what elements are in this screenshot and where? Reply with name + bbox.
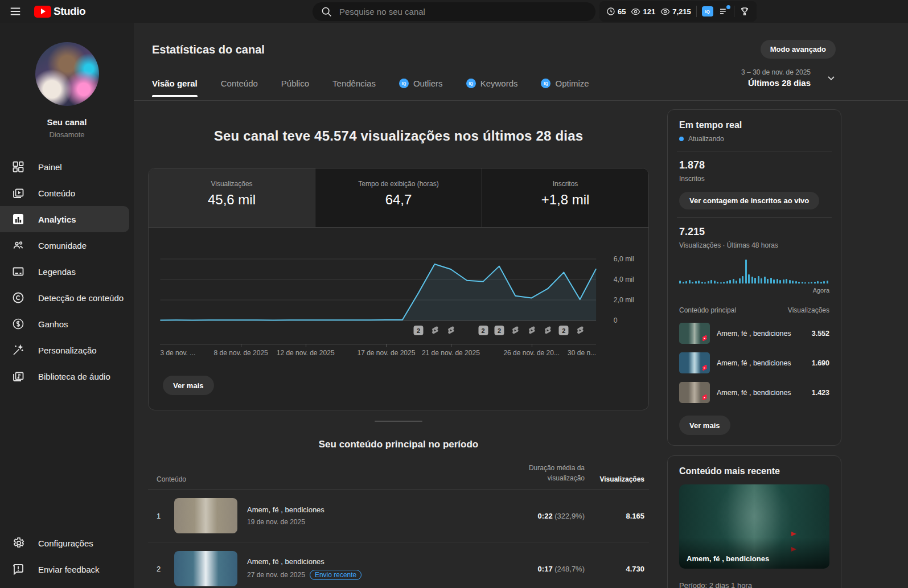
shorts-upload-marker[interactable]: [430, 326, 439, 335]
shorts-upload-marker[interactable]: [446, 326, 455, 335]
channel-search[interactable]: [313, 2, 595, 21]
eye-icon: [631, 7, 640, 17]
svg-text:2,0 mil: 2,0 mil: [614, 296, 634, 304]
list-item[interactable]: Amem, fé , bendiciones 1.423: [679, 382, 829, 403]
x-axis-tick: [451, 344, 451, 347]
shorts-upload-marker[interactable]: [511, 326, 520, 335]
chart-x-axis: 3 de nov. ...8 de nov. de 202512 de nov.…: [149, 344, 648, 363]
realtime-bar: [820, 282, 822, 283]
realtime-bar: [729, 280, 731, 283]
metric-tab-inscritos[interactable]: Inscritos +1,8 mil: [482, 168, 648, 227]
realtime-bar: [708, 281, 709, 283]
channel-avatar[interactable]: [35, 42, 99, 106]
date-range: 3 – 30 de nov. de 2025: [741, 68, 811, 76]
realtime-title: Em tempo real: [679, 120, 829, 130]
recent-content-title: Conteúdo mais recente: [679, 466, 829, 476]
shorts-upload-marker[interactable]: [527, 326, 536, 335]
realtime-bar: [726, 281, 728, 283]
row-rank: 1: [157, 512, 165, 520]
sidebar-item-deteccao[interactable]: Detecção de conteúdo: [0, 285, 134, 311]
tab-optimize[interactable]: IQOptimize: [541, 79, 589, 97]
realtime-bar-chart[interactable]: [679, 258, 829, 283]
tab-publico[interactable]: Público: [281, 79, 309, 97]
sidebar-item-label: Configurações: [38, 538, 93, 548]
eye-icon: [660, 7, 670, 17]
realtime-bar: [692, 282, 693, 283]
live-subscriber-count-button[interactable]: Ver contagem de inscritos ao vivo: [679, 192, 819, 209]
sidebar-item-label: Analytics: [38, 215, 76, 224]
realtime-see-more-button[interactable]: Ver mais: [679, 416, 730, 435]
multi-upload-marker[interactable]: 2: [559, 326, 569, 335]
metric-tab-visualizacoes[interactable]: Visualizações 45,6 mil: [149, 168, 315, 227]
video-thumbnail[interactable]: [679, 352, 710, 373]
tab-keywords[interactable]: IQKeywords: [466, 79, 518, 97]
multi-upload-marker[interactable]: 2: [494, 326, 504, 335]
sidebar-item-feedback[interactable]: Enviar feedback: [0, 556, 134, 582]
video-title: Amem, fé , bendiciones: [687, 554, 769, 563]
multi-upload-marker[interactable]: 2: [414, 326, 424, 335]
line-chart[interactable]: 02,0 mil4,0 mil6,0 mil: [149, 244, 648, 329]
views-stat-large[interactable]: 7,215: [660, 7, 691, 17]
list-item[interactable]: Amem, fé , bendiciones 1.690: [679, 352, 829, 373]
menu-icon[interactable]: [7, 3, 24, 20]
sidebar-item-personalizacao[interactable]: Personalização: [0, 337, 134, 363]
column-header-views[interactable]: Visualizações: [585, 475, 644, 483]
trophy-icon[interactable]: [739, 6, 750, 17]
tab-conteudo[interactable]: Conteúdo: [221, 79, 258, 97]
realtime-bar: [754, 278, 756, 284]
realtime-bar: [776, 279, 778, 283]
realtime-bar: [792, 281, 794, 283]
thumbnail-shade: [679, 537, 829, 569]
notifications-list-icon[interactable]: [718, 6, 729, 17]
video-thumbnail[interactable]: [174, 498, 237, 533]
chart-see-more-button[interactable]: Ver mais: [163, 376, 214, 395]
realtime-bar: [758, 276, 759, 283]
sidebar-item-biblioteca[interactable]: Biblioteca de áudio: [0, 363, 134, 389]
search-input[interactable]: [339, 7, 587, 17]
shorts-upload-marker[interactable]: [575, 326, 585, 335]
gear-icon: [11, 536, 25, 550]
sidebar-item-comunidade[interactable]: Comunidade: [0, 232, 134, 258]
tab-tendencias[interactable]: Tendências: [332, 79, 376, 97]
studio-iq-icon[interactable]: IQ: [702, 6, 713, 17]
sidebar-item-legendas[interactable]: Legendas: [0, 258, 134, 285]
sidebar-item-painel[interactable]: Painel: [0, 154, 134, 180]
watch-time-stat[interactable]: 65: [606, 7, 626, 16]
tab-outliers[interactable]: IQOutliers: [399, 79, 443, 97]
shorts-upload-marker[interactable]: [543, 326, 553, 335]
realtime-bar: [811, 282, 812, 283]
divider: [677, 217, 832, 218]
youtube-studio-logo[interactable]: Studio: [34, 5, 85, 18]
svg-text:0: 0: [614, 316, 618, 324]
realtime-bar: [723, 282, 725, 283]
column-header-avg-duration[interactable]: Duração média da visualização: [471, 463, 585, 483]
sidebar-item-ganhos[interactable]: Ganhos: [0, 311, 134, 337]
metric-tab-tempo-exibicao[interactable]: Tempo de exibição (horas) 64,7: [315, 168, 482, 227]
views-stat-small[interactable]: 121: [631, 7, 655, 17]
tab-visao-geral[interactable]: Visão geral: [152, 79, 198, 97]
sidebar-item-configuracoes[interactable]: Configurações: [0, 530, 134, 556]
table-row[interactable]: 2 Amem, fé , bendiciones 27 de nov. de 2…: [148, 542, 649, 588]
realtime-bar: [814, 282, 816, 283]
date-range-picker[interactable]: 3 – 30 de nov. de 2025 Últimos 28 dias: [741, 68, 837, 88]
realtime-bar: [745, 260, 747, 283]
recent-video-thumbnail[interactable]: Amem, fé , bendiciones: [679, 484, 829, 569]
sidebar-item-conteudo[interactable]: Conteúdo: [0, 180, 134, 206]
video-thumbnail[interactable]: [679, 323, 710, 344]
x-axis-label: 3 de nov. ...: [160, 349, 195, 357]
x-axis-tick: [532, 344, 532, 347]
multi-upload-marker[interactable]: 2: [478, 326, 488, 335]
live-dot: [679, 137, 684, 141]
video-title[interactable]: Amem, fé , bendiciones: [247, 557, 361, 566]
sidebar-item-analytics[interactable]: Analytics: [0, 206, 129, 232]
video-title[interactable]: Amem, fé , bendiciones: [247, 505, 324, 514]
x-axis-label: 26 de nov. de 20...: [503, 349, 560, 357]
list-item[interactable]: Amem, fé , bendiciones 3.552: [679, 323, 829, 344]
realtime-bar: [751, 277, 753, 283]
column-header-content[interactable]: Conteúdo: [157, 475, 186, 483]
video-thumbnail[interactable]: [679, 382, 710, 403]
video-thumbnail[interactable]: [174, 551, 237, 586]
sidebar-item-label: Ganhos: [38, 319, 68, 329]
table-row[interactable]: 1 Amem, fé , bendiciones 19 de nov. de 2…: [148, 490, 649, 542]
advanced-mode-button[interactable]: Modo avançado: [761, 40, 836, 59]
